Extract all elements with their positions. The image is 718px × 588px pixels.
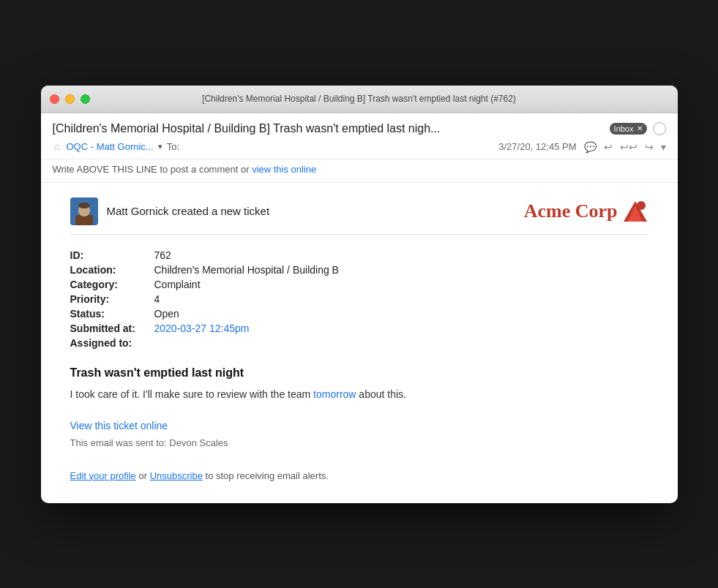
avatar-svg [70, 197, 98, 225]
detail-row-priority: Priority: 4 [70, 293, 648, 305]
email-window: [Children's Memorial Hospital / Building… [41, 86, 678, 503]
inbox-badge[interactable]: Inbox ✕ [610, 123, 647, 135]
close-button[interactable] [50, 94, 59, 104]
reply-all-icon[interactable]: ↩↩ [620, 141, 637, 153]
to-label: To: [167, 141, 179, 152]
footer-or-text: or [138, 470, 149, 481]
mountain-icon [622, 198, 648, 225]
acme-corp-logo: Acme Corp [524, 198, 648, 225]
ticket-body-section: Trash wasn't emptied last night I took c… [70, 366, 648, 402]
meta-right: 3/27/20, 12:45 PM 💬 ↩ ↩↩ ↪ ▾ [498, 141, 665, 153]
category-label: Category: [70, 279, 154, 290]
assigned-label: Assigned to: [70, 337, 154, 349]
title-bar: [Children's Memorial Hospital / Building… [41, 86, 678, 113]
more-icon[interactable]: ▾ [661, 141, 666, 153]
forward-icon[interactable]: ↪ [645, 141, 654, 153]
chat-icon[interactable]: 💬 [584, 141, 597, 153]
minimize-button[interactable] [65, 94, 75, 104]
detail-row-location: Location: Children's Memorial Hospital /… [70, 264, 648, 276]
id-label: ID: [70, 249, 154, 261]
svg-point-6 [637, 201, 646, 210]
body-text-before: I took care of it. I'll make sure to rev… [70, 388, 311, 400]
view-ticket-link[interactable]: View this ticket online [70, 420, 648, 431]
svg-point-3 [78, 203, 90, 208]
location-label: Location: [70, 264, 154, 276]
footer-links: Edit your profile or Unsubscribe to stop… [70, 470, 648, 481]
view-online-link[interactable]: view this online [252, 164, 316, 175]
above-line-text: Write ABOVE THIS LINE to post a comment … [53, 164, 250, 175]
email-subject: [Children's Memorial Hospital / Building… [53, 122, 604, 135]
footer-trailing-text: to stop receiving email alerts. [206, 470, 329, 481]
ticket-header: Matt Gornick created a new ticket Acme C… [70, 197, 648, 235]
detail-row-status: Status: Open [70, 308, 648, 320]
detail-row-assigned: Assigned to: [70, 337, 648, 349]
status-circle [653, 122, 666, 135]
id-value: 762 [154, 249, 171, 261]
ticket-title: Trash wasn't emptied last night [70, 366, 648, 380]
email-meta-row: ☆ OQC - Matt Gornic... ▾ To: 3/27/20, 12… [53, 141, 666, 153]
subject-row: [Children's Memorial Hospital / Building… [53, 122, 666, 135]
badge-label: Inbox [614, 124, 634, 133]
ticket-created-text: Matt Gornick created a new ticket [107, 205, 270, 217]
window-controls [50, 94, 90, 104]
window-title: [Children's Memorial Hospital / Building… [202, 94, 516, 104]
above-line-row: Write ABOVE THIS LINE to post a comment … [41, 159, 678, 183]
status-value: Open [154, 308, 179, 320]
email-header: [Children's Memorial Hospital / Building… [41, 113, 678, 159]
maximize-button[interactable] [81, 94, 90, 104]
detail-row-category: Category: Complaint [70, 279, 648, 290]
status-label: Status: [70, 308, 154, 320]
reply-icon[interactable]: ↩ [604, 141, 613, 153]
category-value: Complaint [154, 279, 201, 290]
badge-close-icon[interactable]: ✕ [637, 124, 643, 132]
edit-profile-link[interactable]: Edit your profile [70, 470, 136, 481]
submitted-label: Submitted at: [70, 323, 154, 334]
detail-row-id: ID: 762 [70, 249, 648, 261]
timestamp: 3/27/20, 12:45 PM [498, 141, 576, 152]
ticket-header-left: Matt Gornick created a new ticket [70, 197, 270, 225]
unsubscribe-link[interactable]: Unsubscribe [150, 470, 203, 481]
star-icon[interactable]: ☆ [53, 141, 62, 153]
sender-name[interactable]: OQC - Matt Gornic... [67, 141, 154, 152]
view-ticket-section: View this ticket online This email was s… [70, 420, 648, 448]
email-body: Matt Gornick created a new ticket Acme C… [41, 183, 678, 503]
detail-row-submitted: Submitted at: 2020-03-27 12:45pm [70, 323, 648, 334]
svg-rect-1 [75, 215, 93, 225]
priority-value: 4 [154, 293, 160, 305]
avatar [70, 197, 98, 225]
email-sent-to: This email was sent to: Devon Scales [70, 437, 648, 448]
body-link-tomorrow[interactable]: tomorrow [313, 388, 356, 400]
meta-left: ☆ OQC - Matt Gornic... ▾ To: [53, 141, 180, 153]
body-text-after: about this. [359, 388, 406, 400]
sender-chevron-icon[interactable]: ▾ [158, 142, 162, 151]
brand-name: Acme Corp [524, 200, 618, 222]
location-value: Children's Memorial Hospital / Building … [154, 264, 339, 276]
submitted-value-link[interactable]: 2020-03-27 12:45pm [154, 323, 250, 334]
priority-label: Priority: [70, 293, 154, 305]
ticket-description: I took care of it. I'll make sure to rev… [70, 387, 648, 402]
ticket-details: ID: 762 Location: Children's Memorial Ho… [70, 249, 648, 349]
